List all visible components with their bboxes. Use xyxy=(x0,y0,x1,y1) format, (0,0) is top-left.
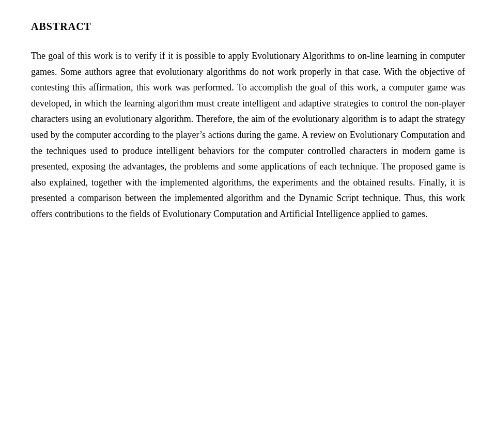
abstract-section: ABSTRACT The goal of this work is to ver… xyxy=(31,21,465,222)
abstract-title: ABSTRACT xyxy=(31,21,465,33)
abstract-text: The goal of this work is to verify if it… xyxy=(31,48,465,222)
